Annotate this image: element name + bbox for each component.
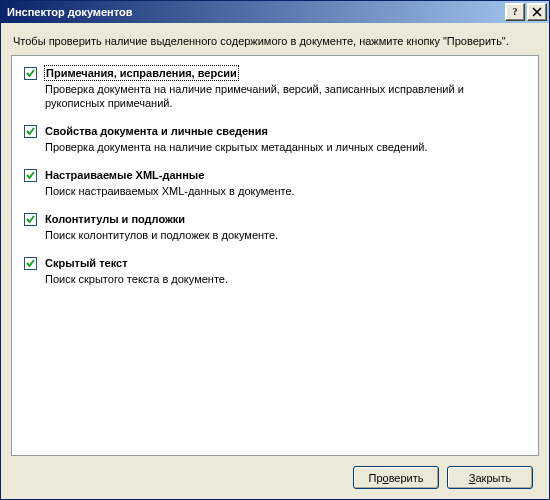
option-text: Колонтитулы и подложкиПоиск колонтитулов…	[45, 212, 524, 242]
option-title[interactable]: Примечания, исправления, версии	[45, 66, 238, 80]
option-description: Поиск скрытого текста в документе.	[45, 272, 524, 286]
dialog-footer: Проверить Закрыть	[11, 456, 539, 499]
inspect-button[interactable]: Проверить	[353, 466, 439, 489]
option-description: Проверка документа на наличие скрытых ме…	[45, 140, 524, 154]
option-checkbox[interactable]	[24, 67, 37, 80]
inspect-button-pre: Пр	[368, 472, 382, 484]
option-item: Настраиваемые XML-данныеПоиск настраивае…	[24, 168, 524, 198]
option-text: Свойства документа и личные сведенияПров…	[45, 124, 524, 154]
option-text: Настраиваемые XML-данныеПоиск настраивае…	[45, 168, 524, 198]
option-description: Поиск настраиваемых XML-данных в докумен…	[45, 184, 524, 198]
option-title[interactable]: Колонтитулы и подложки	[45, 212, 185, 226]
options-panel: Примечания, исправления, версииПроверка …	[11, 55, 539, 456]
client-area: Чтобы проверить наличие выделенного соде…	[1, 23, 549, 499]
close-dialog-button[interactable]: Закрыть	[447, 466, 533, 489]
option-title[interactable]: Свойства документа и личные сведения	[45, 124, 268, 138]
option-checkbox[interactable]	[24, 169, 37, 182]
option-description: Проверка документа на наличие примечаний…	[45, 82, 524, 110]
option-item: Колонтитулы и подложкиПоиск колонтитулов…	[24, 212, 524, 242]
option-checkbox[interactable]	[24, 125, 37, 138]
option-text: Скрытый текстПоиск скрытого текста в док…	[45, 256, 524, 286]
option-checkbox[interactable]	[24, 257, 37, 270]
option-title[interactable]: Настраиваемые XML-данные	[45, 168, 204, 182]
option-item: Свойства документа и личные сведенияПров…	[24, 124, 524, 154]
inspect-button-post: верить	[389, 472, 424, 484]
option-item: Примечания, исправления, версииПроверка …	[24, 66, 524, 110]
close-button-post: акрыть	[475, 472, 511, 484]
option-text: Примечания, исправления, версииПроверка …	[45, 66, 524, 110]
window-title: Инспектор документов	[7, 6, 505, 18]
intro-text: Чтобы проверить наличие выделенного соде…	[13, 35, 537, 47]
option-item: Скрытый текстПоиск скрытого текста в док…	[24, 256, 524, 286]
close-button[interactable]	[527, 3, 547, 21]
titlebar-buttons: ?	[505, 3, 547, 21]
dialog-window: Инспектор документов ? Чтобы проверить н…	[0, 0, 550, 500]
option-checkbox[interactable]	[24, 213, 37, 226]
close-button-accel: З	[469, 472, 476, 484]
help-button[interactable]: ?	[505, 3, 525, 21]
svg-text:?: ?	[513, 7, 518, 17]
option-description: Поиск колонтитулов и подложек в документ…	[45, 228, 524, 242]
option-title[interactable]: Скрытый текст	[45, 256, 128, 270]
titlebar: Инспектор документов ?	[1, 1, 549, 23]
